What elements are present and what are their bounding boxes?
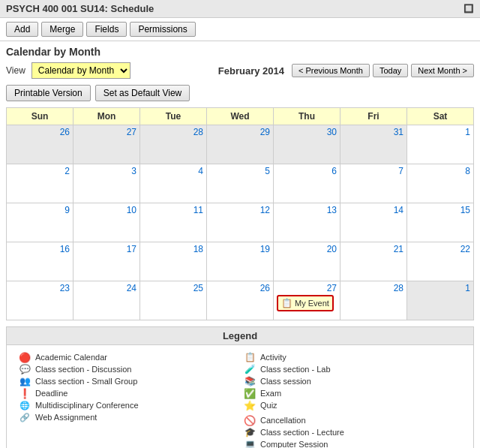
day-number[interactable]: 16 (10, 244, 70, 254)
fire-icon: 🔴 (19, 351, 31, 363)
legend-item-lecture: 🎓 Class section - Lecture (244, 426, 461, 438)
calendar-cell-r1c2: 4 (140, 164, 207, 203)
header-sat: Sat (407, 108, 474, 125)
header-wed: Wed (207, 108, 274, 125)
legend-label-quiz: Quiz (260, 401, 278, 410)
day-number[interactable]: 1 (410, 283, 470, 293)
legend-label-classsession: Class session (260, 377, 311, 386)
legend-label-activity: Activity (260, 353, 286, 362)
day-number[interactable]: 26 (10, 127, 70, 137)
day-number[interactable]: 13 (277, 205, 337, 215)
calendar-row-4: 2324252627📋My Event281 (7, 281, 474, 320)
day-number[interactable]: 17 (76, 244, 136, 254)
classsession-icon: 📚 (244, 375, 256, 387)
day-number[interactable]: 14 (344, 205, 404, 215)
calendar-row-0: 2627282930311 (7, 125, 474, 164)
day-number[interactable]: 31 (344, 127, 404, 137)
day-number[interactable]: 6 (277, 166, 337, 176)
merge-button[interactable]: Merge (41, 22, 83, 37)
month-label: February 2014 (218, 65, 284, 77)
day-number[interactable]: 25 (143, 283, 203, 293)
calendar-cell-r3c4: 20 (274, 242, 340, 281)
day-number[interactable]: 28 (344, 283, 404, 293)
view-select[interactable]: Calendar by Month Calendar by Week List (32, 62, 130, 79)
day-number[interactable]: 19 (210, 244, 270, 254)
calendar-cell-r2c3: 12 (207, 203, 274, 242)
legend-item-discussion: 💬 Class section - Discussion (19, 363, 236, 375)
legend-label-smallgroup: Class section - Small Group (35, 377, 137, 386)
legend-label-computer: Computer Session (260, 440, 328, 448)
day-number[interactable]: 5 (210, 166, 270, 176)
calendar-cell-r3c5: 21 (340, 242, 407, 281)
calendar-cell-r0c5: 31 (340, 125, 407, 164)
day-number[interactable]: 3 (76, 166, 136, 176)
day-number[interactable]: 21 (344, 244, 404, 254)
day-number[interactable]: 28 (143, 127, 203, 137)
month-nav: February 2014 < Previous Month Today Nex… (218, 64, 474, 77)
day-number[interactable]: 30 (277, 127, 337, 137)
legend: Legend 🔴 Academic Calendar 💬 Class secti… (6, 326, 474, 448)
legend-label-multiconf: Multidisciplinary Conference (35, 401, 139, 410)
day-number[interactable]: 26 (210, 283, 270, 293)
calendar-cell-r0c6: 1 (407, 125, 474, 164)
set-default-view-button[interactable]: Set as Default View (95, 85, 190, 101)
calendar-cell-r0c3: 29 (207, 125, 274, 164)
legend-item-classsession: 📚 Class session (244, 375, 461, 387)
permissions-button[interactable]: Permissions (130, 22, 195, 37)
calendar-cell-r1c5: 7 (340, 164, 407, 203)
day-number[interactable]: 15 (410, 205, 470, 215)
today-button[interactable]: Today (373, 64, 408, 77)
next-month-button[interactable]: Next Month > (411, 64, 474, 77)
add-button[interactable]: Add (6, 22, 38, 37)
event-my-event[interactable]: 📋My Event (277, 295, 334, 311)
calendar-cell-r2c4: 13 (274, 203, 340, 242)
exam-icon: ✅ (244, 387, 256, 399)
calendar-cell-r4c4: 27📋My Event (274, 281, 340, 320)
calendar-cell-r3c0: 16 (7, 242, 74, 281)
calendar-cell-r1c4: 6 (274, 164, 340, 203)
day-number[interactable]: 23 (10, 283, 70, 293)
day-number[interactable]: 18 (143, 244, 203, 254)
day-number[interactable]: 9 (10, 205, 70, 215)
calendar-cell-r4c6: 1 (407, 281, 474, 320)
prev-month-button[interactable]: < Previous Month (292, 64, 370, 77)
view-label: View (6, 65, 26, 76)
calendar-cell-r2c1: 10 (74, 203, 140, 242)
legend-item-cancel: 🚫 Cancellation (244, 414, 461, 426)
calendar-cell-r4c5: 28 (340, 281, 407, 320)
day-number[interactable]: 24 (76, 283, 136, 293)
calendar-cell-r4c1: 24 (74, 281, 140, 320)
day-number[interactable]: 12 (210, 205, 270, 215)
day-number[interactable]: 1 (410, 127, 470, 137)
day-number[interactable]: 27 (277, 283, 337, 293)
day-number[interactable]: 10 (76, 205, 136, 215)
legend-item-webassign: 🔗 Web Assignment (19, 411, 236, 423)
legend-label-webassign: Web Assignment (35, 413, 97, 422)
calendar-cell-r2c2: 11 (140, 203, 207, 242)
legend-item-activity: 📋 Activity (244, 351, 461, 363)
header-mon: Mon (74, 108, 140, 125)
day-number[interactable]: 20 (277, 244, 337, 254)
discuss-icon: 💬 (19, 363, 31, 375)
day-number[interactable]: 2 (10, 166, 70, 176)
main-toolbar: Add Merge Fields Permissions (0, 18, 480, 41)
calendar-table: Sun Mon Tue Wed Thu Fri Sat 262728293031… (6, 107, 474, 320)
calendar-cell-r3c6: 22 (407, 242, 474, 281)
calendar-cell-r4c3: 26 (207, 281, 274, 320)
window-controls: 🔲 (464, 4, 474, 14)
quiz-icon: ⭐ (244, 399, 256, 411)
day-number[interactable]: 27 (76, 127, 136, 137)
legend-label-discussion: Class section - Discussion (35, 365, 131, 374)
day-number[interactable]: 7 (344, 166, 404, 176)
day-number[interactable]: 11 (143, 205, 203, 215)
header-tue: Tue (140, 108, 207, 125)
fields-button[interactable]: Fields (86, 22, 127, 37)
day-number[interactable]: 29 (210, 127, 270, 137)
deadline-icon: ❗ (19, 387, 31, 399)
legend-item-quiz: ⭐ Quiz (244, 399, 461, 411)
printable-version-button[interactable]: Printable Version (6, 85, 91, 101)
day-number[interactable]: 22 (410, 244, 470, 254)
day-number[interactable]: 8 (410, 166, 470, 176)
calendar-cell-r3c3: 19 (207, 242, 274, 281)
day-number[interactable]: 4 (143, 166, 203, 176)
